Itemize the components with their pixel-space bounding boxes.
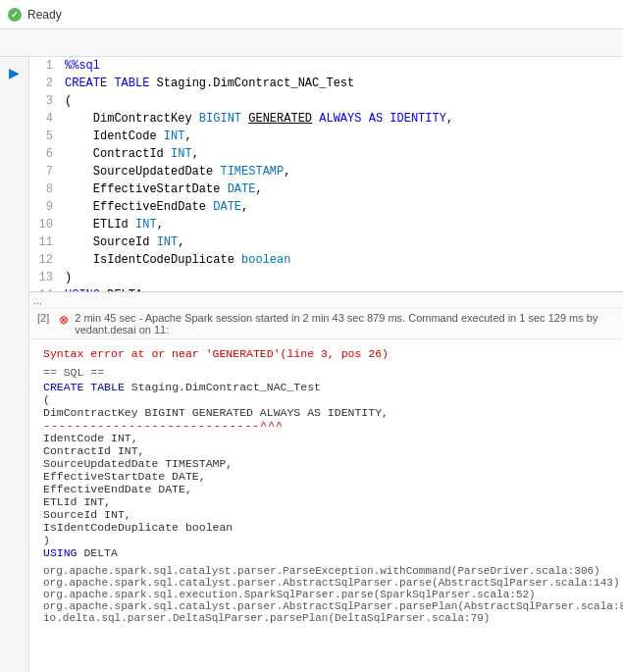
code-editor[interactable]: 1 %%sql 2 CREATE TABLE Staging.DimContra… [29, 57, 623, 292]
stack-line-3: org.apache.spark.sql.execution.SparkSqlP… [43, 589, 611, 600]
sql-create: CREATE TABLE Staging.DimContract_NAC_Tes… [43, 381, 611, 393]
code-line-5: 5 IdentCode INT, [29, 128, 623, 145]
sql-field-identcode: IdentCode INT, [43, 432, 611, 444]
code-line-11: 11 SourceId INT, [29, 233, 623, 251]
error-icon: ⊗ [59, 313, 69, 327]
sql-field-dimcontractkey: DimContractKey BIGINT GENERATED ALWAYS A… [43, 406, 611, 419]
stack-line-5: io.delta.sql.parser.DeltaSqlParser.parse… [43, 612, 611, 624]
ellipsis-row: ... [29, 292, 623, 309]
code-line-1: 1 %%sql [29, 57, 623, 75]
sql-block: CREATE TABLE Staging.DimContract_NAC_Tes… [43, 381, 611, 559]
sql-field-isidentcodeduplicate: IsIdentCodeDuplicate boolean [43, 521, 611, 534]
sql-close-paren: ) [43, 534, 611, 546]
result-index: [2] [37, 312, 49, 324]
code-line-6: 6 ContractId INT, [29, 145, 623, 163]
code-line-9: 9 EffectiveEndDate DATE, [29, 198, 623, 216]
main-content: ▶ 1 %%sql 2 CREATE TABLE Staging.DimCont… [0, 57, 623, 672]
sql-field-contractid: ContractId INT, [43, 444, 611, 457]
sql-using-delta: USING DELTA [43, 546, 611, 559]
status-icon [8, 8, 22, 22]
error-message-line: Syntax error at or near 'GENERATED'(line… [43, 347, 611, 360]
status-bar: Ready [0, 0, 623, 29]
sql-field-effectivestartdate: EffectiveStartDate DATE, [43, 470, 611, 483]
code-line-2: 2 CREATE TABLE Staging.DimContract_NAC_T… [29, 75, 623, 92]
sql-field-sourceupdateddate: SourceUpdatedDate TIMESTAMP, [43, 457, 611, 470]
stack-trace-section: org.apache.spark.sql.catalyst.parser.Par… [43, 565, 611, 624]
code-line-10: 10 ETLId INT, [29, 216, 623, 233]
error-section: Syntax error at or near 'GENERATED'(line… [43, 347, 611, 360]
output-area[interactable]: Syntax error at or near 'GENERATED'(line… [29, 339, 623, 672]
sql-open-paren: ( [43, 393, 611, 406]
result-row: [2] ⊗ 2 min 45 sec - Apache Spark sessio… [29, 309, 623, 339]
code-line-12: 12 IsIdentCodeDuplicate boolean [29, 251, 623, 269]
left-gutter: ▶ [0, 57, 29, 672]
sql-section: == SQL == CREATE TABLE Staging.DimContra… [43, 366, 611, 559]
code-line-4: 4 DimContractKey BIGINT GENERATED ALWAYS… [29, 110, 623, 128]
error-dashes: ----------------------------^^^ [43, 419, 611, 432]
result-text: 2 min 45 sec - Apache Spark session star… [75, 312, 615, 336]
sql-field-sourceid: SourceId INT, [43, 508, 611, 521]
code-line-13: 13 ) [29, 269, 623, 286]
stack-line-1: org.apache.spark.sql.catalyst.parser.Par… [43, 565, 611, 577]
code-line-8: 8 EffectiveStartDate DATE, [29, 181, 623, 198]
stack-line-4: org.apache.spark.sql.catalyst.parser.Abs… [43, 600, 611, 612]
toolbar [0, 29, 623, 57]
sql-field-etlid: ETLId INT, [43, 495, 611, 508]
run-button[interactable]: ▶ [5, 63, 25, 82]
stack-line-2: org.apache.spark.sql.catalyst.parser.Abs… [43, 577, 611, 589]
code-line-7: 7 SourceUpdatedDate TIMESTAMP, [29, 163, 623, 181]
editor-area: 1 %%sql 2 CREATE TABLE Staging.DimContra… [29, 57, 623, 672]
code-line-3: 3 ( [29, 92, 623, 110]
status-text: Ready [27, 8, 62, 22]
sql-label: == SQL == [43, 366, 611, 379]
sql-field-effectiveenddate: EffectiveEndDate DATE, [43, 483, 611, 495]
